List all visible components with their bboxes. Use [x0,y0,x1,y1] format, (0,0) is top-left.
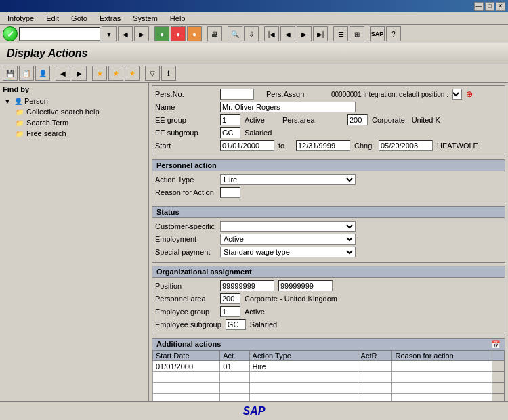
tree-search-term[interactable]: 📁 Search Term [12,117,146,128]
menu-edit[interactable]: Edit [44,14,61,23]
employment-select[interactable]: Active [220,234,356,245]
ee-subgroup-text: Salaried [245,129,272,137]
org-pers-area-text: Corporate - United Kingdom [245,295,337,303]
sub-btn-nav1[interactable]: ◀ [56,66,70,81]
menu-help[interactable]: Help [168,14,188,23]
special-payment-select[interactable]: Standard wage type [220,247,356,257]
emp-group-row: Employee group Active [155,306,502,317]
name-input[interactable] [220,102,356,112]
sub-btn-star1[interactable]: ★ [92,66,107,81]
reason-label: Reason for Action [155,188,216,196]
free-search-label: Free search [26,129,66,138]
position-input-2[interactable] [278,280,333,291]
start-label: Start [155,142,216,150]
action-type-label: Action Type [155,175,216,184]
row1-scroll-cell [492,361,505,372]
row1-act: 01 [220,361,249,372]
sap-icon[interactable]: SAP [370,26,385,41]
last-icon[interactable]: ▶| [313,26,328,41]
ee-subgroup-input[interactable] [220,127,240,138]
table-row [153,372,505,383]
toolbar-btn-3[interactable]: ● [187,26,202,41]
sub-btn-star3[interactable]: ★ [125,66,140,81]
tree-root-person[interactable]: ▼ 👤 Person [3,96,146,106]
table-row: 01/01/2000 01 Hire [153,361,505,372]
to-input[interactable] [296,140,350,151]
prev-icon[interactable]: ◀ [280,26,295,41]
emp-subgroup-code[interactable] [226,319,246,330]
position-input-1[interactable] [220,280,274,291]
pers-assn-icon[interactable]: ⊕ [466,89,473,99]
ee-group-input[interactable] [220,114,240,125]
ee-group-row: EE group Active Pers.area Corporate - Un… [155,114,502,125]
minimize-button[interactable]: — [474,2,484,11]
tree-free-search[interactable]: 📁 Free search [12,128,146,139]
sub-btn-copy[interactable]: 📋 [19,66,34,81]
personnel-action-header: Personnel action [152,159,505,171]
folder-icon-2: 📁 [15,118,24,127]
customer-specific-row: Customer-specific [155,221,502,232]
first-icon[interactable]: |◀ [264,26,279,41]
close-button[interactable]: ✕ [496,2,505,11]
pers-area-input[interactable] [347,114,368,125]
reason-row: Reason for Action [155,187,502,198]
emp-subgroup-row: Employee subgroup Salaried [155,319,502,330]
dropdown-arrow[interactable]: ▼ [102,26,117,41]
special-payment-label: Special payment [155,248,216,256]
next-icon[interactable]: ▶ [297,26,312,41]
toolbar-btn-2[interactable]: ● [171,26,186,41]
pers-assn-dropdown[interactable] [452,89,462,100]
menu-extras[interactable]: Extras [98,14,123,23]
sub-toolbar: 💾 📋 👤 ◀ ▶ ★ ★ ★ ▽ ℹ [0,64,508,83]
action-type-select[interactable]: Hire [220,174,356,185]
menu-infotype[interactable]: Infotype [5,14,36,23]
right-panel: Pers.No. Pers.Assgn 00000001 Integration… [149,83,508,413]
reason-input[interactable] [220,187,240,198]
grid-icon[interactable]: ⊞ [350,26,364,41]
additional-actions-header: Additional actions 📅 [152,338,505,350]
action-type-row: Action Type Hire [155,174,502,185]
sub-btn-star2[interactable]: ★ [108,66,123,81]
customer-specific-select[interactable] [220,221,356,232]
ee-subgroup-label: EE subgroup [155,129,216,137]
maximize-button[interactable]: □ [485,2,494,11]
page-title: Display Actions [7,47,501,60]
help-icon[interactable]: ? [386,26,401,41]
pers-area-text: Corporate - United K [372,116,440,124]
table-row [153,383,505,394]
pers-no-label: Pers.No. [155,90,216,98]
forward-nav-icon[interactable]: ▶ [134,26,149,41]
chng-input[interactable] [379,140,433,151]
org-pers-area-code[interactable] [220,293,240,304]
pers-no-input[interactable] [220,89,254,100]
name-row: Name [155,102,502,112]
menu-goto[interactable]: Goto [69,14,89,23]
find-next-icon[interactable]: ⇩ [244,26,259,41]
start-input[interactable] [220,140,274,151]
tree-collective-search[interactable]: 📁 Collective search help [12,106,146,117]
menu-system[interactable]: System [131,14,160,23]
col-action-type: Action Type [249,351,358,361]
sub-btn-person[interactable]: 👤 [35,66,50,81]
toolbar-btn-1[interactable]: ● [154,26,169,41]
sub-btn-info[interactable]: ℹ [161,66,176,81]
org-pers-area-row: Personnel area Corporate - United Kingdo… [155,293,502,304]
emp-subgroup-text: Salaried [250,320,277,329]
list-icon[interactable]: ☰ [333,26,348,41]
command-input[interactable] [19,27,100,41]
col-act: Act. [220,351,249,361]
left-panel: Find by ▼ 👤 Person 📁 Collective search h… [0,83,149,413]
ok-button[interactable]: ✓ [3,26,18,41]
print-icon[interactable]: 🖶 [207,26,222,41]
back-nav-icon[interactable]: ◀ [118,26,133,41]
sub-btn-filter[interactable]: ▽ [145,66,160,81]
sub-btn-save[interactable]: 💾 [3,66,18,81]
row1-action-type: Hire [249,361,358,372]
status-section: Status Customer-specific Employment Acti… [152,206,505,263]
find-icon[interactable]: 🔍 [228,26,242,41]
sub-btn-nav2[interactable]: ▶ [72,66,87,81]
emp-group-code[interactable] [220,306,240,317]
name-label: Name [155,103,216,111]
special-payment-row: Special payment Standard wage type [155,247,502,257]
window-controls: — □ ✕ [474,2,505,11]
